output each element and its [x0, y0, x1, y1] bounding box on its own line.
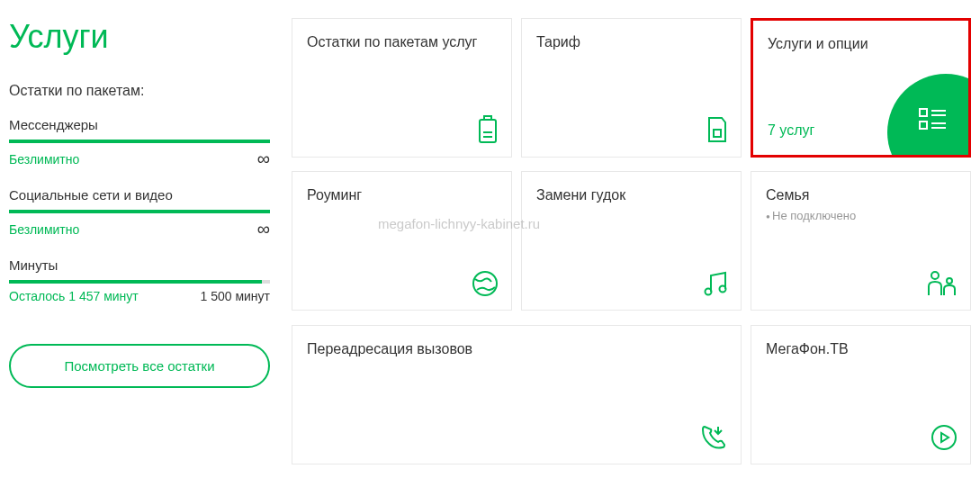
card-replace-beep[interactable]: Замени гудок — [521, 171, 742, 311]
card-subtitle: Не подключено — [766, 209, 956, 222]
card-title: Услуги и опции — [768, 35, 954, 54]
balance-item-social: Социальные сети и видео Безлимитно ∞ — [9, 187, 270, 239]
card-roaming[interactable]: Роуминг — [292, 171, 512, 311]
card-tariff[interactable]: Тариф — [521, 18, 742, 158]
battery-icon — [477, 115, 499, 144]
svg-point-16 — [932, 426, 956, 449]
card-title: Семья — [766, 186, 956, 205]
cards-grid: Остатки по пакетам услуг Тариф Услуги и … — [292, 18, 971, 469]
card-balance-packages[interactable]: Остатки по пакетам услуг — [292, 18, 512, 158]
svg-point-11 — [473, 272, 497, 295]
card-accent-circle — [887, 74, 971, 158]
svg-rect-5 — [920, 109, 927, 116]
balance-item-messengers: Мессенджеры Безлимитно ∞ — [9, 117, 270, 169]
card-services-options[interactable]: Услуги и опции 7 услуг — [751, 18, 971, 158]
list-grid-icon — [919, 107, 948, 132]
svg-rect-0 — [480, 120, 496, 142]
balance-name: Социальные сети и видео — [9, 187, 270, 203]
svg-rect-4 — [714, 130, 721, 137]
balance-item-minutes: Минуты Осталось 1 457 минут 1 500 минут — [9, 257, 270, 303]
balance-status-row: Осталось 1 457 минут 1 500 минут — [9, 289, 270, 303]
balances-section-label: Остатки по пакетам: — [9, 83, 270, 99]
svg-rect-1 — [484, 116, 491, 120]
balance-status-row: Безлимитно ∞ — [9, 149, 270, 169]
music-icon — [703, 270, 728, 297]
family-icon — [927, 270, 958, 297]
card-title: Тариф — [536, 33, 726, 52]
svg-rect-6 — [920, 122, 927, 129]
play-icon — [931, 424, 958, 451]
card-footer-text: 7 услуг — [768, 122, 814, 139]
card-call-forwarding[interactable]: Переадресация вызовов — [292, 325, 742, 464]
balance-bar — [9, 140, 270, 143]
balance-status: Безлимитно — [9, 222, 79, 237]
sidebar: Услуги Остатки по пакетам: Мессенджеры Б… — [9, 18, 270, 469]
page-title: Услуги — [9, 18, 270, 56]
view-all-balances-button[interactable]: Посмотреть все остатки — [9, 344, 270, 388]
balance-name: Мессенджеры — [9, 117, 270, 132]
infinity-icon: ∞ — [257, 219, 270, 239]
svg-point-15 — [947, 278, 952, 284]
balance-status-row: Безлимитно ∞ — [9, 219, 270, 239]
card-megafon-tv[interactable]: МегаФон.ТВ — [751, 325, 971, 464]
card-title: МегаФон.ТВ — [766, 340, 956, 359]
card-title: Роуминг — [307, 186, 497, 205]
card-title: Замени гудок — [536, 186, 726, 205]
balance-total: 1 500 минут — [200, 289, 270, 303]
balance-bar — [9, 210, 270, 213]
balance-bar — [9, 280, 270, 284]
balance-status: Осталось 1 457 минут — [9, 289, 139, 303]
balance-status: Безлимитно — [9, 152, 79, 167]
globe-icon — [472, 270, 499, 297]
card-family[interactable]: Семья Не подключено — [751, 171, 971, 311]
card-title: Остатки по пакетам услуг — [307, 33, 497, 52]
call-forward-icon — [699, 422, 728, 451]
sim-icon — [706, 115, 728, 144]
balance-name: Минуты — [9, 257, 270, 273]
infinity-icon: ∞ — [257, 149, 270, 169]
card-title: Переадресация вызовов — [307, 340, 726, 359]
svg-point-14 — [931, 272, 939, 279]
